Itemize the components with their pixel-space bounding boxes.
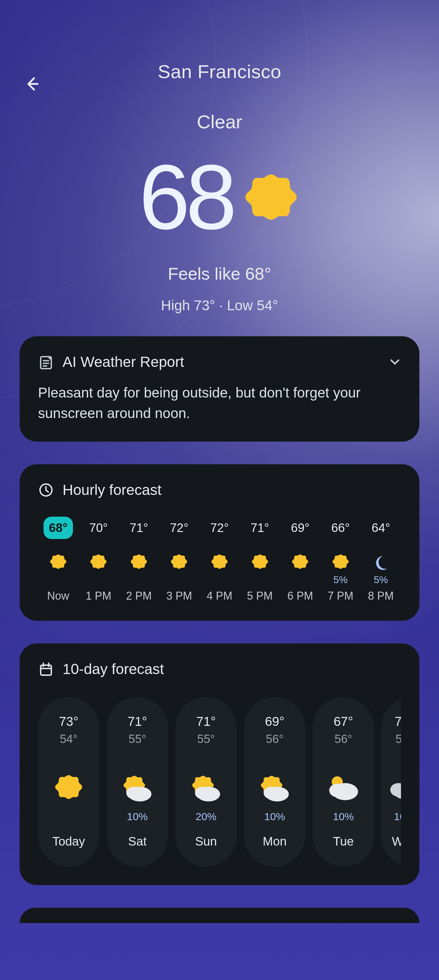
- day-low: 55°: [128, 733, 146, 746]
- day-high: 71°: [196, 714, 216, 729]
- day-precip: 10%: [127, 811, 148, 822]
- day-high: 69°: [265, 714, 284, 729]
- hour-label: 2 PM: [126, 590, 152, 602]
- hour-label: 6 PM: [287, 590, 313, 602]
- hour-item[interactable]: 70° 1 PM: [78, 518, 119, 602]
- hour-item[interactable]: 64° 5% 8 PM: [361, 518, 401, 602]
- day-label: Tue: [333, 835, 353, 848]
- day-high: 73°: [59, 714, 78, 729]
- day-label: Sat: [128, 835, 147, 848]
- moon-icon: [372, 554, 390, 572]
- day-label: Sun: [195, 835, 217, 848]
- hour-temp: 68°: [43, 517, 73, 539]
- day-item[interactable]: 69° 56° 10% Mon: [244, 697, 305, 867]
- high-low-text: High 73° · Low 54°: [20, 297, 419, 313]
- arrow-left-icon: [23, 75, 40, 92]
- sun-icon: [130, 554, 148, 572]
- day-low: 54°: [60, 733, 77, 746]
- day-high: 71°: [128, 714, 147, 729]
- hour-temp: 71°: [130, 521, 148, 535]
- day-item[interactable]: 71° 55° 10% Sat: [107, 697, 168, 867]
- hour-temp: 71°: [251, 521, 269, 535]
- sun-icon: [49, 554, 67, 572]
- hour-precip: 5%: [374, 574, 388, 586]
- day-low: 55°: [197, 733, 215, 746]
- sun-icon: [291, 554, 309, 572]
- hour-label: 4 PM: [207, 590, 232, 602]
- hour-label: 3 PM: [166, 590, 192, 602]
- sun-icon: [170, 554, 188, 572]
- daily-title: 10-day forecast: [62, 660, 164, 678]
- hour-item[interactable]: 69° 6 PM: [280, 518, 320, 602]
- day-high: 72°: [394, 714, 401, 729]
- day-precip: 20%: [196, 811, 216, 822]
- sun-icon: [210, 554, 229, 572]
- hour-item[interactable]: 68° Now: [38, 518, 78, 602]
- day-precip: 10%: [264, 811, 285, 822]
- svg-rect-10: [41, 665, 51, 675]
- expand-button[interactable]: [389, 356, 401, 368]
- day-low: 56°: [334, 733, 352, 746]
- hour-temp: 70°: [89, 521, 108, 535]
- partly-icon: [191, 773, 221, 804]
- daily-forecast-card[interactable]: 10-day forecast 73° 54° Today 71° 55° 10…: [20, 643, 419, 885]
- sun-icon: [331, 554, 350, 572]
- day-precip: 10%: [394, 811, 401, 822]
- next-card-peek: [20, 908, 419, 923]
- hourly-title: Hourly forecast: [62, 481, 161, 498]
- condition-text: Clear: [20, 111, 419, 133]
- ai-report-icon: [38, 354, 54, 370]
- hour-label: 8 PM: [368, 590, 394, 602]
- feels-like-text: Feels like 68°: [20, 264, 419, 283]
- sun-icon: [242, 171, 300, 229]
- cloud-icon: [389, 773, 401, 804]
- hour-item[interactable]: 71° 2 PM: [119, 518, 159, 602]
- sun-icon: [89, 554, 108, 572]
- mostly_cloudy-icon: [328, 773, 359, 804]
- current-temperature: 68: [139, 151, 233, 243]
- partly-icon: [259, 773, 290, 804]
- hour-item[interactable]: 66° 5% 7 PM: [320, 518, 361, 602]
- sun-icon: [251, 554, 269, 572]
- hour-temp: 64°: [372, 521, 390, 535]
- day-precip: 10%: [333, 811, 354, 822]
- hourly-forecast-card[interactable]: Hourly forecast 68° Now 70° 1 PM 71° 2 P…: [20, 464, 419, 621]
- day-label: Wed: [392, 835, 401, 848]
- back-button[interactable]: [20, 72, 44, 96]
- day-item[interactable]: 73° 54° Today: [38, 697, 99, 867]
- hour-precip: 5%: [334, 574, 348, 586]
- day-low: 56°: [396, 733, 401, 746]
- hour-item[interactable]: 71° 5 PM: [240, 518, 280, 602]
- sun-icon: [53, 773, 84, 804]
- calendar-icon: [38, 661, 54, 677]
- hour-label: 5 PM: [247, 590, 273, 602]
- ai-report-body: Pleasant day for being outside, but don'…: [38, 382, 401, 423]
- hour-label: Now: [47, 590, 69, 602]
- partly-icon: [122, 773, 153, 804]
- hour-temp: 69°: [291, 521, 310, 535]
- day-high: 67°: [334, 714, 353, 729]
- chevron-down-icon: [389, 356, 401, 368]
- ai-report-card[interactable]: AI Weather Report Pleasant day for being…: [20, 336, 419, 442]
- day-item[interactable]: 71° 55° 20% Sun: [176, 697, 237, 867]
- day-label: Today: [53, 835, 85, 848]
- location-title: San Francisco: [20, 60, 419, 83]
- ai-report-title: AI Weather Report: [62, 353, 184, 370]
- hour-item[interactable]: 72° 3 PM: [159, 518, 200, 602]
- hour-temp: 72°: [210, 521, 229, 535]
- hour-label: 7 PM: [328, 590, 353, 602]
- hour-item[interactable]: 72° 4 PM: [199, 518, 240, 602]
- day-label: Mon: [263, 835, 287, 848]
- hour-label: 1 PM: [86, 590, 111, 602]
- hour-temp: 72°: [170, 521, 188, 535]
- hour-temp: 66°: [331, 521, 350, 535]
- day-item[interactable]: 72° 56° 10% Wed: [382, 697, 401, 867]
- clock-icon: [38, 482, 54, 498]
- day-low: 56°: [266, 733, 283, 746]
- day-item[interactable]: 67° 56° 10% Tue: [313, 697, 374, 867]
